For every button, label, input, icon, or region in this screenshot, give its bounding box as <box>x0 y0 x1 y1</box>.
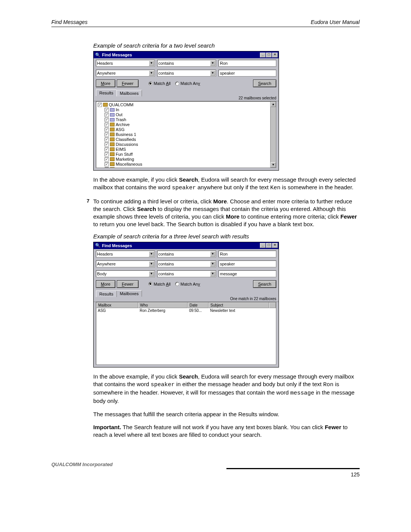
cell-mailbox: ASG <box>96 308 138 313</box>
chevron-down-icon[interactable]: ▼ <box>210 271 215 276</box>
chevron-down-icon[interactable]: ▼ <box>149 251 154 257</box>
cell-who: Ron Zetterberg <box>138 308 188 313</box>
tab-results[interactable]: Results <box>96 291 117 297</box>
window-title: Find Messages <box>102 53 260 57</box>
tree-item[interactable]: ✓Discussions <box>98 142 276 147</box>
tree-item[interactable]: ✓EIMS <box>98 147 276 152</box>
folder-icon <box>110 142 115 146</box>
cell-subject: Newsletter text <box>209 308 276 313</box>
fewer-button[interactable]: Fewer <box>117 80 139 87</box>
col-date[interactable]: Date <box>188 302 209 308</box>
find-messages-dialog-1: 🔍 Find Messages _ □ × Headers▼ contains▼… <box>93 51 279 171</box>
tree-item[interactable]: ✓Miscellaneous <box>98 162 276 167</box>
tree-root[interactable]: ✓QUALCOMM <box>98 102 276 107</box>
mailbox-tree[interactable]: ✓QUALCOMM ✓In ✓Out ✓Trash ✓Archive ✓ASG … <box>96 101 276 168</box>
folder-icon <box>110 152 115 156</box>
value-input[interactable]: Ron <box>218 251 276 257</box>
tree-item[interactable]: ✓Fun Stuff <box>98 152 276 157</box>
titlebar: 🔍 Find Messages _ □ × <box>94 242 279 249</box>
field-select[interactable]: Headers▼ <box>96 251 155 257</box>
field-select[interactable]: Anywhere▼ <box>96 260 155 267</box>
chevron-down-icon[interactable]: ▼ <box>149 261 154 267</box>
chevron-down-icon[interactable]: ▼ <box>149 61 154 66</box>
body-paragraph: In the above example, if you click Searc… <box>93 373 360 405</box>
folder-icon <box>110 123 115 126</box>
fewer-button[interactable]: Fewer <box>117 280 139 288</box>
tree-item[interactable]: ✓In <box>98 107 276 112</box>
folder-icon <box>110 128 115 131</box>
status-text: One match in 22 mailboxes <box>94 297 279 302</box>
close-button[interactable]: × <box>272 53 278 58</box>
criteria-row-1: Headers▼ contains▼ Ron <box>94 249 279 259</box>
col-mailbox[interactable]: Mailbox <box>96 302 138 308</box>
field-select[interactable]: Anywhere▼ <box>96 70 155 77</box>
minimize-button[interactable]: _ <box>260 243 266 248</box>
search-button[interactable]: Search <box>253 80 276 87</box>
app-icon: 🔍 <box>95 243 100 248</box>
value-input[interactable]: message <box>218 270 276 277</box>
tree-item[interactable]: ✓Archive <box>98 122 276 127</box>
match-all-radio[interactable]: Match All <box>148 81 171 86</box>
col-spacer <box>269 302 276 308</box>
field-select[interactable]: Body▼ <box>96 270 155 277</box>
chevron-down-icon[interactable]: ▼ <box>210 70 215 76</box>
chevron-down-icon[interactable]: ▼ <box>210 261 215 267</box>
mailbox-icon <box>110 108 115 112</box>
header-rule <box>51 27 360 27</box>
maximize-button[interactable]: □ <box>266 53 272 58</box>
value-input[interactable]: Ron <box>218 60 276 67</box>
step-text: To continue adding a third level or crit… <box>93 198 360 228</box>
tree-item[interactable]: ✓Out <box>98 112 276 117</box>
tree-item[interactable]: ✓Trash <box>98 117 276 122</box>
col-subject[interactable]: Subject <box>209 302 269 308</box>
minimize-button[interactable]: _ <box>260 53 266 58</box>
folder-icon <box>110 157 115 161</box>
chevron-down-icon[interactable]: ▼ <box>210 251 215 257</box>
value-input[interactable]: speaker <box>218 260 276 267</box>
operator-select[interactable]: contains▼ <box>157 260 216 267</box>
tree-item[interactable]: ✓Need to Reply <box>98 167 276 168</box>
status-text: 22 mailboxes selected <box>94 96 279 101</box>
figure-caption-1: Example of search criteria for a two lev… <box>93 42 360 49</box>
operator-select[interactable]: contains▼ <box>157 270 216 277</box>
operator-select[interactable]: contains▼ <box>157 60 216 67</box>
more-button[interactable]: More <box>96 80 115 87</box>
close-button[interactable]: × <box>272 243 278 248</box>
search-button[interactable]: Search <box>253 280 276 288</box>
match-all-radio[interactable]: Match All <box>148 282 171 286</box>
scroll-up-icon[interactable]: ▲ <box>271 102 276 107</box>
match-any-radio[interactable]: Match Any <box>175 282 200 286</box>
more-button[interactable]: More <box>96 280 115 288</box>
folder-icon <box>110 167 115 168</box>
page-number: 125 <box>51 471 360 478</box>
tree-item[interactable]: ✓Classifieds <box>98 137 276 142</box>
match-any-radio[interactable]: Match Any <box>175 81 200 86</box>
scrollbar[interactable]: ▲ ▼ <box>270 102 276 168</box>
operator-select[interactable]: contains▼ <box>157 70 216 77</box>
col-who[interactable]: Who <box>138 302 188 308</box>
tree-item[interactable]: ✓Marketing <box>98 157 276 162</box>
criteria-row-1: Headers▼ contains▼ Ron <box>94 58 279 68</box>
operator-select[interactable]: contains▼ <box>157 251 216 257</box>
folder-icon <box>110 162 115 166</box>
scroll-down-icon[interactable]: ▼ <box>271 162 276 168</box>
maximize-button[interactable]: □ <box>266 243 272 248</box>
chevron-down-icon[interactable]: ▼ <box>149 271 154 276</box>
result-row[interactable]: ASG Ron Zetterberg 09:50... Newsletter t… <box>96 308 276 313</box>
tab-results[interactable]: Results <box>96 89 117 96</box>
tab-mailboxes[interactable]: Mailboxes <box>116 290 142 297</box>
body-paragraph: In the above example, if you click Searc… <box>93 176 360 192</box>
tab-mailboxes[interactable]: Mailboxes <box>116 90 142 96</box>
value-input[interactable]: speaker <box>218 70 276 77</box>
cell-date: 09:50... <box>188 308 209 313</box>
figure-caption-2: Example of search criteria for a three l… <box>93 233 360 240</box>
tree-item[interactable]: ✓ASG <box>98 127 276 132</box>
chevron-down-icon[interactable]: ▼ <box>210 61 215 66</box>
field-select[interactable]: Headers▼ <box>96 60 155 67</box>
criteria-row-2: Anywhere▼ contains▼ speaker <box>94 68 279 78</box>
chevron-down-icon[interactable]: ▼ <box>149 70 154 76</box>
tree-item[interactable]: ✓Business 1 <box>98 132 276 137</box>
folder-icon <box>103 103 108 107</box>
body-paragraph: Important. The Search feature will not w… <box>93 423 360 439</box>
window-title: Find Messages <box>102 243 260 248</box>
